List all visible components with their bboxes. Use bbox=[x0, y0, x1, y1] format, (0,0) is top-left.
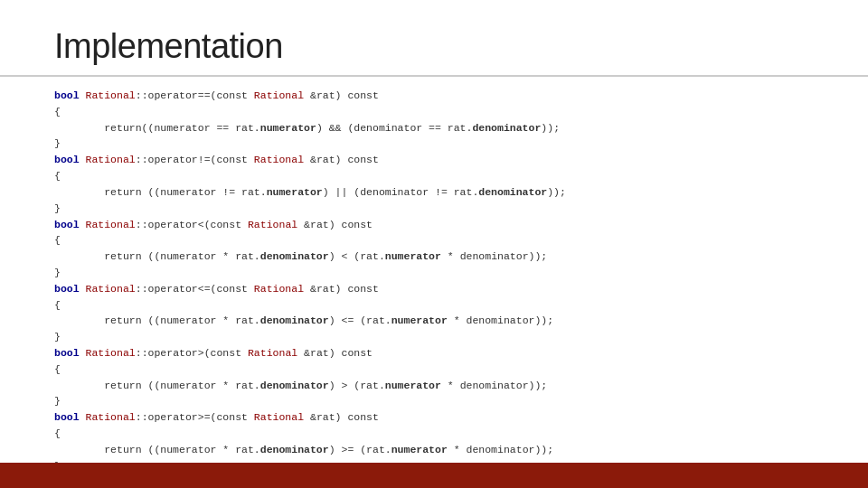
code-block: bool Rational::operator==(const Rational… bbox=[54, 88, 814, 463]
page-title: Implementation bbox=[54, 27, 814, 66]
slide: Implementation bool Rational::operator==… bbox=[0, 0, 868, 488]
code-area: bool Rational::operator==(const Rational… bbox=[0, 84, 868, 463]
bottom-bar bbox=[0, 463, 868, 488]
title-area: Implementation bbox=[0, 0, 868, 77]
